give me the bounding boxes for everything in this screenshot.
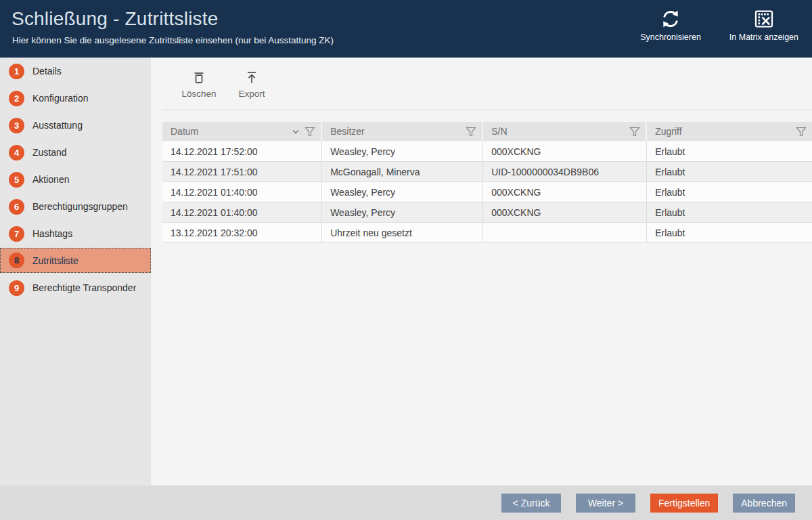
cell-besitzer: Weasley, Percy: [322, 202, 483, 223]
sidebar-item-details[interactable]: 1 Details: [0, 58, 151, 85]
sidebar-item-hashtags[interactable]: 7 Hashtags: [0, 220, 151, 247]
step-number-badge: 8: [9, 253, 24, 268]
sidebar-item-konfiguration[interactable]: 2 Konfiguration: [0, 85, 151, 112]
sidebar-item-label: Berechtigungsgruppen: [32, 201, 128, 212]
table-row[interactable]: 14.12.2021 17:52:00 Weasley, Percy 000XC…: [162, 142, 812, 162]
show-in-matrix-button[interactable]: In Matrix anzeigen: [725, 5, 803, 45]
step-number-badge: 6: [9, 199, 24, 215]
access-list-table: Datum: [162, 122, 812, 243]
wizard-footer: < Zurück Weiter > Fertigstellen Abbreche…: [0, 485, 812, 520]
delete-button[interactable]: Löschen: [178, 66, 220, 102]
cell-datum: 14.12.2021 17:52:00: [162, 142, 322, 162]
step-number-badge: 1: [9, 64, 24, 79]
table-row[interactable]: 14.12.2021 01:40:00 Weasley, Percy 000XC…: [162, 182, 812, 202]
sidebar-item-label: Aktionen: [32, 174, 69, 185]
table-row[interactable]: 14.12.2021 01:40:00 Weasley, Percy 000XC…: [162, 202, 812, 223]
matrix-icon: [753, 8, 775, 30]
sidebar-item-label: Ausstattung: [32, 120, 83, 131]
step-number-badge: 4: [9, 145, 24, 160]
sidebar-item-berechtigte-transponder[interactable]: 9 Berechtigte Transponder: [0, 274, 151, 301]
export-icon: [244, 69, 259, 85]
sidebar-item-label: Konfiguration: [32, 93, 89, 104]
cell-zugriff: Erlaubt: [647, 223, 812, 243]
sidebar-item-berechtigungsgruppen[interactable]: 6 Berechtigungsgruppen: [0, 193, 151, 220]
cell-sn: 000XCKNG: [483, 182, 647, 202]
column-header-besitzer[interactable]: Besitzer: [322, 122, 483, 142]
cell-datum: 14.12.2021 01:40:00: [162, 202, 322, 223]
cell-datum: 14.12.2021 17:51:00: [162, 162, 322, 182]
cell-datum: 14.12.2021 01:40:00: [162, 182, 322, 202]
sidebar-item-label: Berechtigte Transponder: [32, 282, 136, 293]
cell-besitzer: McGonagall, Minerva: [322, 162, 483, 182]
column-label: Besitzer: [330, 126, 365, 137]
filter-icon[interactable]: [629, 127, 640, 137]
step-number-badge: 7: [9, 226, 24, 242]
cell-zugriff: Erlaubt: [647, 202, 812, 223]
cell-sn: UID-1000000034DB9B06: [483, 162, 647, 182]
table-row[interactable]: 14.12.2021 17:51:00 McGonagall, Minerva …: [162, 162, 812, 182]
sidebar-item-zustand[interactable]: 4 Zustand: [0, 139, 151, 166]
export-label: Export: [238, 89, 265, 99]
column-label: Datum: [171, 126, 198, 137]
cell-zugriff: Erlaubt: [647, 182, 812, 202]
sidebar-item-label: Zustand: [32, 147, 67, 158]
filter-icon[interactable]: [466, 127, 476, 137]
cell-besitzer: Weasley, Percy: [322, 142, 483, 162]
sidebar-item-aktionen[interactable]: 5 Aktionen: [0, 166, 151, 193]
column-header-zugriff[interactable]: Zugriff: [647, 122, 812, 142]
column-header-datum[interactable]: Datum: [162, 122, 322, 142]
cell-besitzer: Uhrzeit neu gesetzt: [322, 223, 483, 243]
sidebar-item-zutrittsliste[interactable]: 8 Zutrittsliste: [0, 248, 151, 273]
sidebar-item-label: Details: [32, 66, 62, 77]
table-row[interactable]: 13.12.2021 20:32:00 Uhrzeit neu gesetzt …: [162, 223, 812, 243]
column-label: S/N: [491, 126, 507, 137]
sidebar-item-ausstattung[interactable]: 3 Ausstattung: [0, 112, 151, 139]
cell-datum: 13.12.2021 20:32:00: [162, 223, 322, 243]
sync-icon: [660, 8, 681, 30]
cell-zugriff: Erlaubt: [647, 142, 812, 162]
cell-besitzer: Weasley, Percy: [322, 182, 483, 202]
column-header-sn[interactable]: S/N: [483, 122, 647, 142]
step-number-badge: 5: [9, 172, 24, 188]
synchronize-button[interactable]: Synchronisieren: [636, 5, 705, 45]
cell-zugriff: Erlaubt: [647, 162, 812, 182]
step-number-badge: 2: [9, 91, 24, 106]
header-actions: Synchronisieren In: [636, 5, 803, 45]
cell-sn: [483, 223, 647, 243]
header-bar: Schließung - Zutrittsliste Hier können S…: [0, 0, 812, 58]
wizard-step-sidebar: 1 Details 2 Konfiguration 3 Ausstattung …: [0, 58, 151, 485]
back-button[interactable]: < Zurück: [501, 494, 561, 513]
trash-icon: [191, 69, 206, 85]
cell-sn: 000XCKNG: [483, 202, 647, 223]
step-number-badge: 3: [9, 118, 24, 133]
main-content: Löschen Export Datum: [151, 58, 812, 485]
next-button[interactable]: Weiter >: [576, 494, 635, 513]
column-label: Zugriff: [655, 126, 681, 137]
filter-icon[interactable]: [304, 127, 315, 137]
cell-sn: 000XCKNG: [483, 142, 647, 162]
sort-desc-icon: [292, 129, 300, 135]
page-subtitle: Hier können Sie die ausgelesene Zutritts…: [12, 35, 334, 45]
show-in-matrix-label: In Matrix anzeigen: [729, 32, 798, 42]
export-button[interactable]: Export: [231, 66, 273, 102]
sidebar-item-label: Zutrittsliste: [32, 255, 78, 266]
table-toolbar: Löschen Export: [178, 66, 273, 102]
finish-button[interactable]: Fertigstellen: [650, 494, 718, 513]
page-title: Schließung - Zutrittsliste: [12, 8, 219, 30]
toolbar-divider: [162, 110, 812, 110]
synchronize-label: Synchronisieren: [640, 32, 701, 42]
sidebar-item-label: Hashtags: [32, 228, 72, 239]
delete-label: Löschen: [181, 89, 216, 99]
cancel-button[interactable]: Abbrechen: [733, 494, 795, 513]
step-number-badge: 9: [9, 280, 24, 296]
filter-icon[interactable]: [796, 127, 807, 137]
